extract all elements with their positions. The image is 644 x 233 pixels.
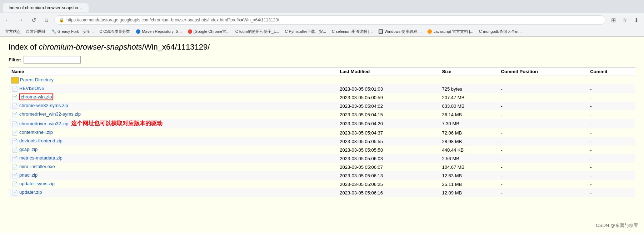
file-commit-position: - <box>498 180 588 188</box>
file-icon: 📄 <box>11 155 18 162</box>
file-commit-position: - <box>498 128 588 137</box>
bookmark-guanfang[interactable]: 官方站点 <box>3 28 23 35</box>
nav-actions: ⊞ ☆ ⬇ <box>608 15 641 25</box>
table-row: 📄updater.zip2023-03-05 05:06:1612.09 MB-… <box>9 188 635 197</box>
file-link[interactable]: content-shell.zip <box>19 130 53 135</box>
file-size: 7.30 MB <box>439 119 498 128</box>
address-bar[interactable]: 🔒 https://commondatastorage.googleapis.c… <box>54 15 605 25</box>
download-button[interactable]: ⬇ <box>631 15 641 25</box>
file-commit-position: - <box>498 171 588 180</box>
file-modified: 2023-03-05 05:00:59 <box>337 93 439 102</box>
file-link[interactable]: REVISIONS <box>19 86 45 91</box>
file-link[interactable]: devtools-frontend.zip <box>19 138 63 143</box>
file-icon: 📄 <box>11 111 18 118</box>
bookmark-javascript[interactable]: 🟠 Javascript 官方文档 |... <box>425 28 475 35</box>
bookmark-chrome[interactable]: 🔴 [Google Chrome官... <box>185 28 232 35</box>
file-commit-position: - <box>498 154 588 163</box>
file-name-cell: 📄chromedriver_win32.zip这个网址也可以获取对应版本的驱动 <box>9 119 337 128</box>
file-name-cell: 📄chrome-win.zip <box>9 93 337 102</box>
file-commit <box>587 76 635 85</box>
file-link[interactable]: gcapi.zip <box>19 147 38 152</box>
file-link[interactable]: chromedriver_win32-syms.zip <box>19 111 81 117</box>
extensions-button[interactable]: ⊞ <box>608 15 618 25</box>
file-table: Name Last Modified Size Commit Position … <box>9 67 635 197</box>
file-name-cell: 📄chromedriver_win32-syms.zip <box>9 110 337 119</box>
table-row: 📄chromedriver_win32-syms.zip2023-03-05 0… <box>9 110 635 119</box>
file-name-cell: 📄metrics-metadata.zip <box>9 154 337 163</box>
file-link[interactable]: Parent Directory <box>20 77 54 82</box>
col-commit: Commit <box>587 67 635 76</box>
table-row: 📄metrics-metadata.zip2023-03-05 05:06:03… <box>9 154 635 163</box>
file-size: 207.47 MB <box>439 93 498 102</box>
file-size: 12.63 MB <box>439 171 498 180</box>
table-row: 📄REVISIONS2023-03-05 05:01:03725 bytes-- <box>9 85 635 93</box>
page-content: Index of chromium-browser-snapshots/Win_… <box>0 37 644 233</box>
bookmark-pyinstaller[interactable]: C PyInstaller下载、安... <box>283 28 329 35</box>
bookmark-selenium[interactable]: C selenium用法详解 [... <box>330 28 375 35</box>
active-tab[interactable]: Index of chromium-browser-snapshots/Win_… <box>3 3 89 12</box>
file-icon: 📄 <box>11 189 18 196</box>
bookmark-button[interactable]: ☆ <box>620 15 630 25</box>
file-commit-position: - <box>498 137 588 146</box>
bookmark-changyong[interactable]: □ 常用网址 <box>24 28 48 35</box>
col-size: Size <box>439 67 498 76</box>
file-link[interactable]: chrome-win32-syms.zip <box>19 103 68 108</box>
forward-button[interactable]: → <box>16 15 26 25</box>
table-row: 📄pnacl.zip2023-03-05 05:06:1312.63 MB-- <box>9 171 635 180</box>
file-commit: - <box>587 119 635 128</box>
browser-chrome: Index of chromium-browser-snapshots/Win_… <box>0 0 644 37</box>
file-size: 725 bytes <box>439 85 498 93</box>
tab-bar: Index of chromium-browser-snapshots/Win_… <box>0 0 644 13</box>
file-link[interactable]: chrome-win.zip <box>19 93 53 100</box>
table-row: 📄content-shell.zip2023-03-05 05:04:3772.… <box>9 128 635 137</box>
file-size: 72.06 MB <box>439 128 498 137</box>
bookmark-greasy[interactable]: 🔧 Greasy Fork - 安全... <box>49 28 96 35</box>
parent-dir-icon <box>11 77 19 83</box>
bookmark-csdn[interactable]: C CSDN质量分数 <box>97 28 132 35</box>
file-commit: - <box>587 93 635 102</box>
file-icon: 📄 <box>11 147 18 153</box>
bookmark-mongodb[interactable]: C mongodb查询大全m... <box>477 28 524 35</box>
bookmark-maven[interactable]: 🔵 Maven Repository: S... <box>134 29 184 35</box>
table-row: 📄chrome-win.zip2023-03-05 05:00:59207.47… <box>9 93 635 102</box>
file-link[interactable]: updater.zip <box>19 189 42 195</box>
file-name-cell: 📄devtools-frontend.zip <box>9 137 337 146</box>
file-icon: 📄 <box>11 121 18 127</box>
file-commit: - <box>587 154 635 163</box>
file-modified: 2023-03-05 05:06:16 <box>337 188 439 197</box>
file-icon: 📄 <box>11 103 18 109</box>
file-link[interactable]: mini_installer.exe <box>19 164 55 169</box>
reload-button[interactable]: ↺ <box>29 15 39 25</box>
file-modified: 2023-03-05 05:06:07 <box>337 163 439 171</box>
file-link[interactable]: updater-syms.zip <box>19 181 55 186</box>
file-commit-position <box>498 76 588 85</box>
file-size <box>439 76 498 85</box>
file-size: 36.14 MB <box>439 110 498 119</box>
back-button[interactable]: ← <box>3 15 13 25</box>
table-row: 📄mini_installer.exe2023-03-05 05:06:0710… <box>9 163 635 171</box>
table-row: 📄gcapi.zip2023-03-05 05:05:58440.44 KB-- <box>9 146 635 154</box>
file-commit: - <box>587 188 635 197</box>
file-icon: 📄 <box>11 181 18 187</box>
file-commit-position: - <box>498 163 588 171</box>
filter-input[interactable] <box>24 56 81 64</box>
file-icon: 📄 <box>11 94 18 101</box>
file-icon: 📄 <box>11 86 18 92</box>
home-button[interactable]: ⌂ <box>41 15 51 25</box>
lock-icon: 🔒 <box>59 17 64 22</box>
bookmark-windows[interactable]: 🔲 Windows 使用教程 ... <box>376 28 424 35</box>
file-link[interactable]: metrics-metadata.zip <box>19 155 63 161</box>
file-name-cell: 📄updater.zip <box>9 188 337 197</box>
file-link[interactable]: chromedriver_win32.zip <box>19 121 68 126</box>
file-commit: - <box>587 85 635 93</box>
file-name-cell: 📄content-shell.zip <box>9 128 337 137</box>
file-commit: - <box>587 171 635 180</box>
file-link[interactable]: pnacl.zip <box>19 172 38 178</box>
file-modified: 2023-03-05 05:06:13 <box>337 171 439 180</box>
file-commit: - <box>587 102 635 110</box>
col-name: Name <box>9 67 337 76</box>
file-annotation: 这个网址也可以获取对应版本的驱动 <box>71 120 163 126</box>
bookmark-tqdm[interactable]: C tqdm的使用和例子_L... <box>233 28 281 35</box>
file-commit-position: - <box>498 85 588 93</box>
file-list: Parent Directory📄REVISIONS2023-03-05 05:… <box>9 76 635 197</box>
